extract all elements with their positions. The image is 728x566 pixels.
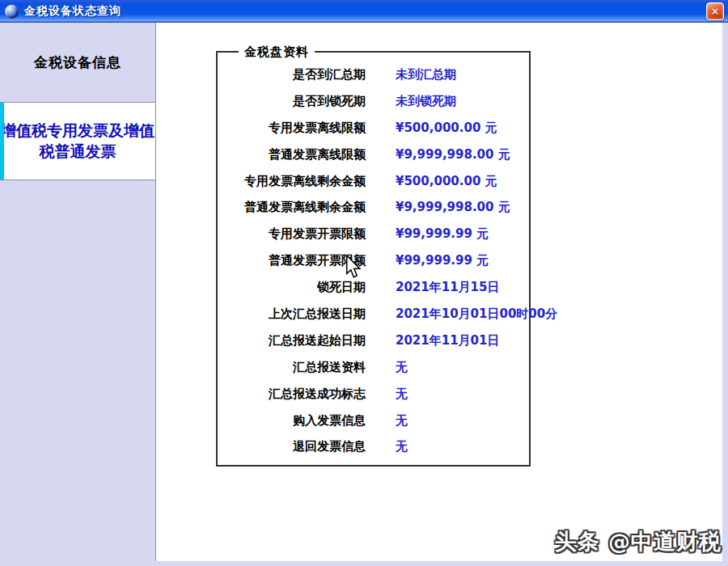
row-value: 2021年11月01日 — [396, 333, 500, 348]
selected-indicator — [0, 103, 4, 180]
row-label: 上次汇总报送日期 — [218, 306, 366, 322]
title-bar[interactable]: 金税设备状态查询 ✕ — [0, 0, 728, 23]
row-label: 普通发票离线限额 — [218, 147, 366, 163]
close-icon: ✕ — [711, 6, 720, 17]
status-row: 汇总报送起始日期2021年11月01日 — [218, 327, 529, 354]
row-label: 退回发票信息 — [218, 439, 366, 454]
row-label: 专用发票离线剩余金额 — [218, 174, 366, 189]
status-row: 普通发票开票限额¥99,999.99 元 — [218, 247, 529, 274]
status-row: 专用发票开票限额¥99,999.99 元 — [218, 221, 529, 247]
status-row: 退回发票信息无 — [218, 433, 529, 460]
row-value: ¥9,999,998.00 元 — [396, 200, 510, 215]
row-label: 是否到汇总期 — [218, 67, 366, 82]
close-button[interactable]: ✕ — [706, 2, 724, 20]
app-icon — [5, 5, 19, 19]
sidebar-empty-area — [0, 180, 155, 561]
row-label: 专用发票开票限额 — [218, 226, 366, 242]
status-row: 专用发票离线限额¥500,000.00 元 — [218, 115, 529, 142]
status-row: 锁死日期2021年11月15日 — [218, 274, 529, 301]
status-row: 汇总报送成功标志无 — [218, 381, 529, 408]
row-value: 无 — [396, 439, 408, 454]
row-label: 普通发票开票限额 — [218, 253, 366, 268]
row-label: 购入发票信息 — [218, 413, 366, 429]
row-value: ¥99,999.99 元 — [396, 253, 489, 268]
row-label: 是否到锁死期 — [218, 94, 366, 109]
status-rows: 是否到汇总期未到汇总期是否到锁死期未到锁死期专用发票离线限额¥500,000.0… — [218, 61, 529, 460]
row-value: ¥500,000.00 元 — [396, 120, 497, 136]
row-value: ¥9,999,998.00 元 — [396, 147, 510, 163]
main-panel: 金税盘资料 是否到汇总期未到汇总期是否到锁死期未到锁死期专用发票离线限额¥500… — [155, 23, 722, 561]
row-label: 汇总报送成功标志 — [218, 386, 366, 402]
status-row: 普通发票离线限额¥9,999,998.00 元 — [218, 142, 529, 168]
status-row: 是否到汇总期未到汇总期 — [218, 61, 529, 88]
sidebar-item-label: 增值税专用发票及增值税普通发票 — [0, 120, 155, 162]
row-value: 无 — [396, 386, 408, 402]
mouse-cursor — [345, 256, 362, 279]
sidebar-item-device-info[interactable]: 金税设备信息 — [0, 23, 155, 103]
row-value: 无 — [396, 413, 408, 429]
status-row: 普通发票离线剩余金额¥9,999,998.00 元 — [218, 194, 529, 221]
sidebar-item-vat-invoices[interactable]: 增值税专用发票及增值税普通发票 — [0, 103, 155, 180]
row-value: 无 — [396, 360, 408, 375]
taxdisk-info-groupbox: 金税盘资料 是否到汇总期未到汇总期是否到锁死期未到锁死期专用发票离线限额¥500… — [216, 51, 531, 467]
row-label: 汇总报送起始日期 — [218, 333, 366, 348]
row-label: 普通发票离线剩余金额 — [218, 200, 366, 215]
status-row: 上次汇总报送日期2021年10月01日00时00分 — [218, 301, 529, 327]
row-value: ¥500,000.00 元 — [396, 174, 497, 189]
row-value: 2021年11月15日 — [396, 280, 500, 295]
status-row: 专用发票离线剩余金额¥500,000.00 元 — [218, 168, 529, 195]
row-value: 未到汇总期 — [396, 67, 456, 82]
row-value: 2021年10月01日00时00分 — [396, 306, 557, 322]
window-title: 金税设备状态查询 — [24, 4, 121, 19]
sidebar: 金税设备信息 增值税专用发票及增值税普通发票 — [0, 23, 155, 561]
watermark: 头条 @中道财税 — [555, 527, 722, 556]
groupbox-legend: 金税盘资料 — [239, 44, 315, 60]
row-label: 锁死日期 — [218, 280, 366, 295]
row-label: 专用发票离线限额 — [218, 120, 366, 136]
status-row: 购入发票信息无 — [218, 408, 529, 434]
status-row: 是否到锁死期未到锁死期 — [218, 88, 529, 115]
row-value: ¥99,999.99 元 — [396, 226, 489, 242]
status-row: 汇总报送资料无 — [218, 354, 529, 381]
row-label: 汇总报送资料 — [218, 360, 366, 375]
row-value: 未到锁死期 — [396, 94, 456, 109]
app-window: 金税设备状态查询 ✕ 金税设备信息 增值税专用发票及增值税普通发票 金税盘资料 … — [0, 0, 728, 566]
sidebar-item-label: 金税设备信息 — [34, 53, 121, 72]
